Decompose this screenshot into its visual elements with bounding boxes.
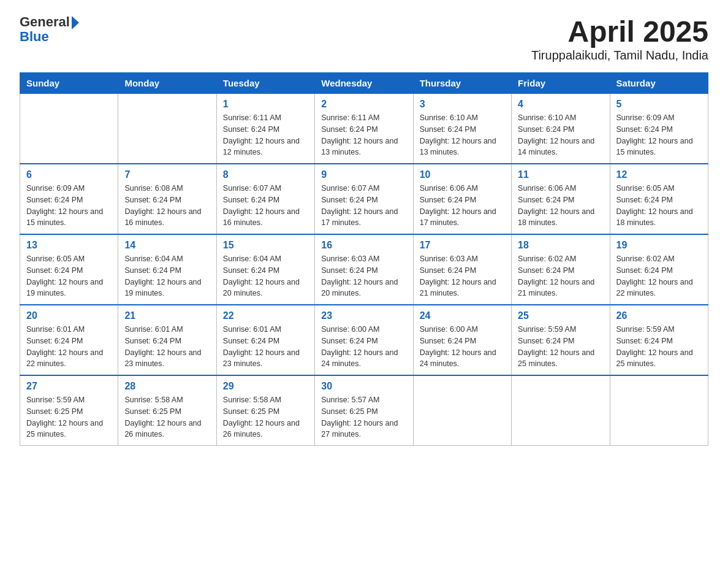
day-number: 11 [518, 169, 603, 180]
calendar-cell: 16Sunrise: 6:03 AMSunset: 6:24 PMDayligh… [315, 234, 413, 305]
day-info: Sunrise: 6:03 AMSunset: 6:24 PMDaylight:… [321, 253, 406, 299]
calendar-cell: 13Sunrise: 6:05 AMSunset: 6:24 PMDayligh… [20, 234, 118, 305]
day-number: 1 [223, 99, 308, 110]
logo-blue: Blue [20, 29, 79, 44]
day-number: 21 [124, 310, 210, 321]
day-number: 10 [420, 169, 505, 180]
calendar-cell: 1Sunrise: 6:11 AMSunset: 6:24 PMDaylight… [216, 94, 314, 164]
day-info: Sunrise: 5:58 AMSunset: 6:25 PMDaylight:… [124, 394, 210, 440]
day-number: 4 [518, 99, 603, 110]
calendar-cell: 24Sunrise: 6:00 AMSunset: 6:24 PMDayligh… [413, 305, 511, 375]
day-info: Sunrise: 6:04 AMSunset: 6:24 PMDaylight:… [124, 253, 210, 299]
header-thursday: Thursday [413, 73, 511, 94]
calendar-cell: 8Sunrise: 6:07 AMSunset: 6:24 PMDaylight… [216, 164, 314, 234]
calendar-cell: 25Sunrise: 5:59 AMSunset: 6:24 PMDayligh… [512, 305, 610, 375]
day-info: Sunrise: 6:00 AMSunset: 6:24 PMDaylight:… [420, 324, 505, 370]
header-wednesday: Wednesday [315, 73, 413, 94]
calendar-cell [118, 94, 216, 164]
day-info: Sunrise: 6:06 AMSunset: 6:24 PMDaylight:… [518, 183, 603, 229]
week-row-3: 13Sunrise: 6:05 AMSunset: 6:24 PMDayligh… [20, 234, 708, 305]
header-monday: Monday [118, 73, 216, 94]
day-number: 9 [321, 169, 406, 180]
day-number: 12 [616, 169, 702, 180]
calendar-cell: 4Sunrise: 6:10 AMSunset: 6:24 PMDaylight… [512, 94, 610, 164]
header-saturday: Saturday [610, 73, 708, 94]
day-info: Sunrise: 6:02 AMSunset: 6:24 PMDaylight:… [616, 253, 702, 299]
day-number: 18 [518, 240, 603, 251]
day-number: 3 [420, 99, 505, 110]
day-number: 27 [26, 381, 112, 392]
day-info: Sunrise: 6:07 AMSunset: 6:24 PMDaylight:… [223, 183, 308, 229]
calendar-cell: 17Sunrise: 6:03 AMSunset: 6:24 PMDayligh… [413, 234, 511, 305]
calendar-cell [512, 375, 610, 446]
calendar-cell: 15Sunrise: 6:04 AMSunset: 6:24 PMDayligh… [216, 234, 314, 305]
calendar-table: SundayMondayTuesdayWednesdayThursdayFrid… [20, 72, 708, 446]
day-number: 6 [26, 169, 112, 180]
week-row-4: 20Sunrise: 6:01 AMSunset: 6:24 PMDayligh… [20, 305, 708, 375]
calendar-cell: 28Sunrise: 5:58 AMSunset: 6:25 PMDayligh… [118, 375, 216, 446]
calendar-cell: 19Sunrise: 6:02 AMSunset: 6:24 PMDayligh… [610, 234, 708, 305]
calendar-cell: 21Sunrise: 6:01 AMSunset: 6:24 PMDayligh… [118, 305, 216, 375]
day-info: Sunrise: 6:11 AMSunset: 6:24 PMDaylight:… [321, 112, 406, 158]
day-info: Sunrise: 6:10 AMSunset: 6:24 PMDaylight:… [518, 112, 603, 158]
day-number: 14 [124, 240, 210, 251]
day-number: 30 [321, 381, 406, 392]
calendar-cell: 30Sunrise: 5:57 AMSunset: 6:25 PMDayligh… [315, 375, 413, 446]
calendar-cell: 26Sunrise: 5:59 AMSunset: 6:24 PMDayligh… [610, 305, 708, 375]
day-info: Sunrise: 6:01 AMSunset: 6:24 PMDaylight:… [124, 324, 210, 370]
day-info: Sunrise: 6:02 AMSunset: 6:24 PMDaylight:… [518, 253, 603, 299]
day-info: Sunrise: 6:08 AMSunset: 6:24 PMDaylight:… [124, 183, 210, 229]
day-info: Sunrise: 6:01 AMSunset: 6:24 PMDaylight:… [26, 324, 112, 370]
day-number: 7 [124, 169, 210, 180]
day-info: Sunrise: 6:03 AMSunset: 6:24 PMDaylight:… [420, 253, 505, 299]
day-number: 23 [321, 310, 406, 321]
calendar-cell: 12Sunrise: 6:05 AMSunset: 6:24 PMDayligh… [610, 164, 708, 234]
day-number: 22 [223, 310, 308, 321]
day-number: 26 [616, 310, 702, 321]
calendar-cell [20, 94, 118, 164]
header-friday: Friday [512, 73, 610, 94]
calendar-cell: 5Sunrise: 6:09 AMSunset: 6:24 PMDaylight… [610, 94, 708, 164]
week-row-5: 27Sunrise: 5:59 AMSunset: 6:25 PMDayligh… [20, 375, 708, 446]
page-header: General Blue April 2025 Tiruppalaikudi, … [20, 15, 708, 63]
day-info: Sunrise: 6:05 AMSunset: 6:24 PMDaylight:… [26, 253, 112, 299]
calendar-cell: 14Sunrise: 6:04 AMSunset: 6:24 PMDayligh… [118, 234, 216, 305]
calendar-cell: 23Sunrise: 6:00 AMSunset: 6:24 PMDayligh… [315, 305, 413, 375]
calendar-cell: 7Sunrise: 6:08 AMSunset: 6:24 PMDaylight… [118, 164, 216, 234]
day-number: 19 [616, 240, 702, 251]
calendar-cell: 22Sunrise: 6:01 AMSunset: 6:24 PMDayligh… [216, 305, 314, 375]
logo-arrow-icon [72, 16, 79, 29]
day-number: 13 [26, 240, 112, 251]
logo-general: General [20, 15, 70, 29]
calendar-cell: 3Sunrise: 6:10 AMSunset: 6:24 PMDaylight… [413, 94, 511, 164]
calendar-header-row: SundayMondayTuesdayWednesdayThursdayFrid… [20, 73, 708, 94]
calendar-cell: 11Sunrise: 6:06 AMSunset: 6:24 PMDayligh… [512, 164, 610, 234]
calendar-cell: 29Sunrise: 5:58 AMSunset: 6:25 PMDayligh… [216, 375, 314, 446]
day-number: 24 [420, 310, 505, 321]
calendar-cell: 9Sunrise: 6:07 AMSunset: 6:24 PMDaylight… [315, 164, 413, 234]
day-info: Sunrise: 6:07 AMSunset: 6:24 PMDaylight:… [321, 183, 406, 229]
day-number: 20 [26, 310, 112, 321]
day-number: 28 [124, 381, 210, 392]
day-number: 15 [223, 240, 308, 251]
calendar-cell [413, 375, 511, 446]
day-info: Sunrise: 6:11 AMSunset: 6:24 PMDaylight:… [223, 112, 308, 158]
day-number: 5 [616, 99, 702, 110]
day-number: 25 [518, 310, 603, 321]
calendar-cell: 27Sunrise: 5:59 AMSunset: 6:25 PMDayligh… [20, 375, 118, 446]
day-info: Sunrise: 5:59 AMSunset: 6:24 PMDaylight:… [518, 324, 603, 370]
day-info: Sunrise: 6:10 AMSunset: 6:24 PMDaylight:… [420, 112, 505, 158]
day-info: Sunrise: 5:59 AMSunset: 6:25 PMDaylight:… [26, 394, 112, 440]
day-number: 17 [420, 240, 505, 251]
header-tuesday: Tuesday [216, 73, 314, 94]
calendar-cell: 18Sunrise: 6:02 AMSunset: 6:24 PMDayligh… [512, 234, 610, 305]
day-info: Sunrise: 6:09 AMSunset: 6:24 PMDaylight:… [616, 112, 702, 158]
day-info: Sunrise: 6:00 AMSunset: 6:24 PMDaylight:… [321, 324, 406, 370]
logo: General Blue [20, 15, 79, 44]
title-block: April 2025 Tiruppalaikudi, Tamil Nadu, I… [531, 15, 708, 63]
day-info: Sunrise: 6:04 AMSunset: 6:24 PMDaylight:… [223, 253, 308, 299]
calendar-cell: 2Sunrise: 6:11 AMSunset: 6:24 PMDaylight… [315, 94, 413, 164]
calendar-cell: 10Sunrise: 6:06 AMSunset: 6:24 PMDayligh… [413, 164, 511, 234]
day-info: Sunrise: 5:58 AMSunset: 6:25 PMDaylight:… [223, 394, 308, 440]
calendar-cell: 20Sunrise: 6:01 AMSunset: 6:24 PMDayligh… [20, 305, 118, 375]
